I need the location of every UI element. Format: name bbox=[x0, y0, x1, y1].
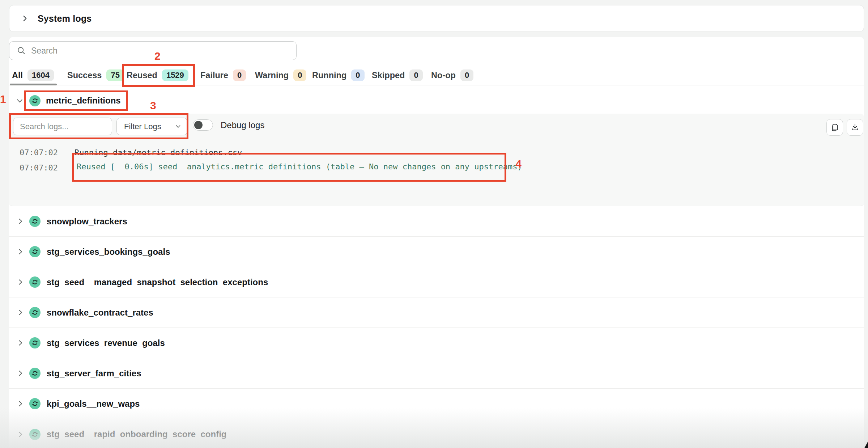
tabs-divider bbox=[9, 85, 864, 85]
annotation-label-4: 4 bbox=[515, 158, 522, 170]
reused-status-icon bbox=[29, 307, 41, 318]
chevron-right-icon[interactable] bbox=[17, 400, 24, 407]
tab-label: Running bbox=[312, 71, 346, 80]
copy-icon bbox=[830, 123, 839, 132]
reused-status-icon bbox=[29, 429, 41, 440]
model-name: metric_definitions bbox=[46, 96, 121, 106]
log-search-input[interactable] bbox=[20, 122, 103, 131]
tab-count-badge: 75 bbox=[106, 69, 124, 81]
reused-status-icon bbox=[29, 95, 41, 106]
tab-success[interactable]: Success 75 bbox=[67, 67, 124, 83]
model-name: snowflake_contract_rates bbox=[47, 308, 153, 318]
tab-count-badge: 1529 bbox=[162, 69, 188, 81]
reused-status-icon bbox=[29, 398, 41, 409]
chevron-right-icon[interactable] bbox=[17, 248, 24, 255]
tab-label: Skipped bbox=[372, 71, 405, 80]
system-logs-header[interactable]: System logs bbox=[9, 5, 864, 32]
tab-count-badge: 0 bbox=[233, 69, 246, 81]
model-row-snowflake_contract_rates[interactable]: snowflake_contract_rates bbox=[9, 297, 864, 328]
filter-logs-dropdown[interactable]: Filter Logs bbox=[116, 118, 187, 135]
model-name: stg_seed__rapid_onboarding_score_config bbox=[47, 429, 226, 439]
filter-logs-label: Filter Logs bbox=[124, 122, 161, 131]
tab-running[interactable]: Running 0 bbox=[312, 67, 365, 83]
system-logs-page: System logs All 1604 Success 75 Reused 1… bbox=[0, 0, 868, 448]
debug-logs-label: Debug logs bbox=[221, 120, 264, 130]
reused-status-icon bbox=[29, 368, 41, 379]
model-row-snowplow_trackers[interactable]: snowplow_trackers bbox=[9, 206, 864, 237]
chevron-down-icon[interactable] bbox=[16, 97, 24, 105]
annotation-label-3: 3 bbox=[150, 100, 156, 112]
tab-count-badge: 0 bbox=[409, 69, 422, 81]
reused-status-icon bbox=[29, 276, 41, 288]
log-panel: 3 Filter Logs Debug logs bbox=[9, 114, 864, 206]
tab-label: No-op bbox=[431, 71, 456, 80]
log-controls-group: 3 Filter Logs bbox=[9, 113, 188, 139]
active-tab-underline bbox=[10, 84, 57, 85]
expanded-model-row[interactable]: 1 metric_definitions bbox=[16, 89, 127, 112]
tab-all[interactable]: All 1604 bbox=[12, 67, 54, 83]
tab-label: Failure bbox=[200, 71, 228, 80]
chevron-right-icon[interactable] bbox=[17, 278, 24, 286]
log-message: Running data/metric_definitions.csv bbox=[75, 148, 242, 157]
model-name: stg_seed__managed_snapshot_selection_exc… bbox=[47, 277, 268, 287]
search-icon bbox=[17, 46, 26, 55]
chevron-down-icon bbox=[175, 123, 181, 130]
download-icon bbox=[850, 123, 860, 132]
model-name: snowplow_trackers bbox=[47, 216, 127, 227]
tab-skipped[interactable]: Skipped 0 bbox=[372, 67, 423, 83]
model-row-stg_services_bookings_goals[interactable]: stg_services_bookings_goals bbox=[9, 237, 864, 267]
corner-artifact bbox=[864, 441, 868, 448]
model-chip[interactable]: metric_definitions bbox=[25, 92, 127, 110]
model-rows-list: snowplow_trackers stg_services_bookings_… bbox=[9, 206, 864, 448]
reused-log-anchor: 4 Reused [ 0.06s] seed analytics.metric_… bbox=[75, 157, 503, 177]
model-row-stg_server_farm_cities[interactable]: stg_server_farm_cities bbox=[9, 358, 864, 389]
tab-label: Success bbox=[67, 71, 102, 80]
tab-count-badge: 1604 bbox=[27, 69, 54, 81]
chevron-right-icon[interactable] bbox=[17, 431, 24, 438]
reused-status-icon bbox=[29, 337, 41, 348]
log-search-box[interactable] bbox=[13, 118, 112, 135]
chevron-right-icon[interactable] bbox=[17, 339, 24, 347]
page-title: System logs bbox=[38, 13, 92, 24]
model-name: stg_services_revenue_goals bbox=[47, 338, 165, 348]
tab-failure[interactable]: Failure 0 bbox=[200, 67, 246, 83]
model-row-stg_seed__managed_snapshot_selection_exceptions[interactable]: stg_seed__managed_snapshot_selection_exc… bbox=[9, 267, 864, 297]
tab-count-badge: 0 bbox=[460, 69, 473, 81]
model-name: kpi_goals__new_waps bbox=[47, 399, 140, 409]
reused-status-icon bbox=[29, 216, 41, 227]
chevron-right-icon[interactable] bbox=[17, 369, 24, 377]
chevron-right-icon[interactable] bbox=[17, 217, 24, 225]
model-name: stg_services_bookings_goals bbox=[47, 247, 170, 257]
tab-label: All bbox=[12, 71, 23, 80]
chevron-right-icon[interactable] bbox=[21, 14, 29, 22]
tab-label: Reused bbox=[127, 71, 157, 80]
model-row-kpi_goals__new_waps[interactable]: kpi_goals__new_waps bbox=[9, 389, 864, 419]
chevron-right-icon[interactable] bbox=[17, 309, 24, 316]
reused-status-icon bbox=[29, 246, 41, 257]
copy-logs-button[interactable] bbox=[826, 119, 843, 136]
tab-label: Warning bbox=[255, 71, 289, 80]
status-tabs: All 1604 Success 75 Reused 1529 2 Failur… bbox=[0, 67, 868, 85]
model-row-stg_seed__rapid_onboarding_score_config[interactable]: stg_seed__rapid_onboarding_score_config bbox=[9, 419, 864, 448]
debug-logs-toggle[interactable] bbox=[193, 119, 213, 131]
model-name: stg_server_farm_cities bbox=[47, 368, 141, 379]
log-timestamp: 07:07:02 bbox=[20, 163, 58, 172]
tab-no-op[interactable]: No-op 0 bbox=[431, 67, 473, 83]
tab-warning[interactable]: Warning 0 bbox=[255, 67, 306, 83]
annotation-label-2: 2 bbox=[154, 50, 161, 62]
annotation-label-1: 1 bbox=[0, 93, 6, 105]
log-timestamp: 07:07:02 bbox=[20, 148, 58, 157]
tab-count-badge: 0 bbox=[351, 69, 364, 81]
log-message-reused: Reused [ 0.06s] seed analytics.metric_de… bbox=[77, 162, 522, 171]
search-input[interactable] bbox=[31, 46, 248, 56]
download-logs-button[interactable] bbox=[847, 119, 863, 136]
model-row-stg_services_revenue_goals[interactable]: stg_services_revenue_goals bbox=[9, 328, 864, 358]
tab-reused[interactable]: Reused 1529 2 bbox=[127, 67, 188, 83]
global-search[interactable] bbox=[9, 41, 297, 60]
toggle-knob bbox=[194, 121, 203, 129]
tab-count-badge: 0 bbox=[293, 69, 306, 81]
